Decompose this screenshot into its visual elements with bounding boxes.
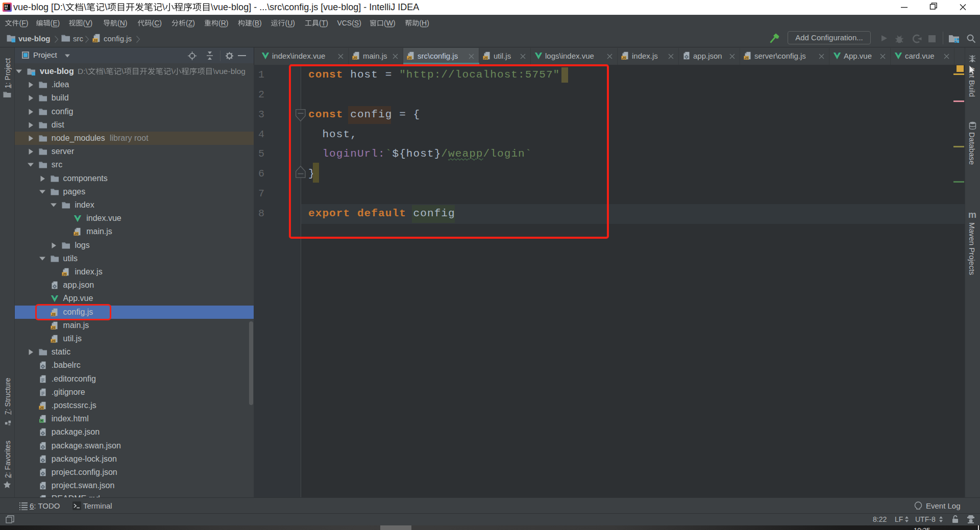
svg-text:(N): (N) (117, 20, 127, 27)
svg-text:\: \ (171, 68, 174, 75)
svg-text:VCS(S): VCS(S) (337, 20, 361, 27)
svg-text:vue-blog [D:\: vue-blog [D:\ (13, 3, 65, 12)
svg-text:D:\: D:\ (78, 68, 88, 75)
svg-text:\: \ (162, 3, 165, 12)
svg-text:\vue-blog: \vue-blog (213, 68, 246, 75)
svg-text:(V): (V) (83, 20, 93, 27)
svg-text:\: \ (104, 68, 106, 75)
svg-text:\: \ (121, 68, 124, 75)
svg-text:(C): (C) (152, 20, 162, 27)
svg-text:(W): (W) (384, 20, 396, 27)
svg-text:(T): (T) (319, 20, 328, 27)
svg-text:(E): (E) (51, 20, 60, 27)
svg-text:(B): (B) (252, 20, 262, 27)
svg-text:(Z): (Z) (186, 20, 195, 27)
svg-text:\vue-blog] - ...\src\config.js: \vue-blog] - ...\src\config.js [vue-blog… (211, 3, 419, 12)
svg-text:(H): (H) (419, 20, 429, 27)
svg-text:(U): (U) (285, 20, 295, 27)
svg-text:(F): (F) (19, 20, 29, 27)
svg-text:\: \ (105, 3, 107, 12)
svg-text:(R): (R) (218, 20, 228, 27)
svg-text:\: \ (84, 3, 86, 12)
